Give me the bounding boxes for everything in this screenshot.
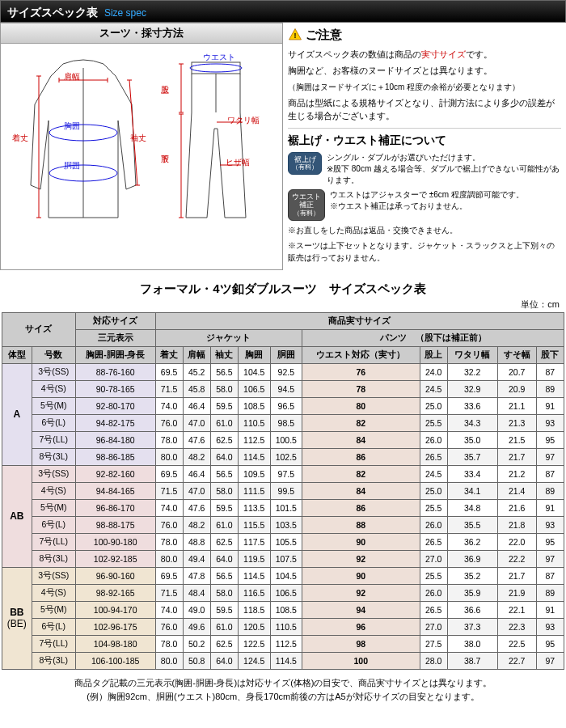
waist-cell: 84	[302, 482, 420, 499]
warn-title: ! ご注意	[288, 26, 561, 44]
cell: 108.5	[270, 601, 302, 618]
waist-cell: 76	[302, 363, 420, 380]
cell: 26.5	[420, 533, 447, 550]
lbl-kyoui: 胸囲	[64, 121, 80, 132]
spec-tbody: A3号(SS)88-76-16069.545.256.5104.592.5762…	[2, 363, 564, 669]
notice-n2: ※スーツは上下セットとなります。ジャケット・スラックスと上下別々の販売は行ってお…	[288, 239, 561, 264]
cell: 110.5	[270, 618, 302, 635]
lbl-sodetake: 袖丈	[130, 133, 146, 144]
cell: 59.5	[210, 601, 238, 618]
cell: 21.9	[497, 584, 536, 601]
cell: 36.9	[447, 550, 497, 567]
cell: 46.4	[183, 397, 210, 414]
cell: 80.0	[155, 652, 183, 669]
cell: 38.0	[447, 635, 497, 652]
cell: 61.0	[210, 414, 238, 431]
cell: 27.5	[420, 635, 447, 652]
cell: 112.5	[238, 431, 270, 448]
cell: 24.5	[420, 465, 447, 482]
col-doui: 胴囲	[270, 346, 302, 363]
cell: 22.5	[497, 635, 536, 652]
waist-cell: 100	[302, 652, 420, 669]
col-kyoui: 胸囲	[238, 346, 270, 363]
svg-text:!: !	[294, 32, 297, 40]
cell: 50.8	[183, 652, 210, 669]
waist-cell: 88	[302, 516, 420, 533]
cell: 97.5	[270, 465, 302, 482]
cell: 97	[536, 448, 564, 465]
cell: 58.0	[210, 482, 238, 499]
cell: 3号(SS)	[32, 465, 75, 482]
waist-cell: 80	[302, 397, 420, 414]
cell: 114.5	[238, 448, 270, 465]
cell: 56.5	[210, 567, 238, 584]
body-type-cell: BB(BE)	[2, 567, 32, 669]
cell: 89	[536, 584, 564, 601]
cell: 91	[536, 397, 564, 414]
cell: 21.7	[497, 448, 536, 465]
waist-cell: 92	[302, 550, 420, 567]
cell: 105.5	[270, 533, 302, 550]
col-watari: ワタリ幅	[447, 346, 497, 363]
footer-l1: 商品タグ記載の三元表示(胸囲-胴囲-身長)は対応サイズ(体格)の目安で、商品実寸…	[8, 676, 558, 691]
pants-diagram	[171, 56, 260, 226]
table-row: 4号(S)94-84-16571.547.058.0111.599.58425.…	[2, 482, 564, 499]
cell: 27.0	[420, 550, 447, 567]
cell: 26.0	[420, 431, 447, 448]
cell: 94-82-175	[75, 414, 155, 431]
cell: 22.2	[497, 550, 536, 567]
col-matagami: 股上	[420, 346, 447, 363]
cell: 64.0	[210, 448, 238, 465]
cell: 90-78-165	[75, 380, 155, 397]
cell: 110.5	[238, 414, 270, 431]
col-taikei: 体型	[2, 346, 32, 363]
cell: 122.5	[238, 635, 270, 652]
cell: 56.5	[210, 465, 238, 482]
cell: 22.7	[497, 652, 536, 669]
svg-point-11	[190, 64, 242, 72]
cell: 120.5	[238, 618, 270, 635]
body-type-cell: AB	[2, 465, 32, 567]
top-row: スーツ・採寸方法	[0, 23, 566, 270]
cell: 34.1	[447, 482, 497, 499]
cell: 92-82-160	[75, 465, 155, 482]
cell: 91	[536, 601, 564, 618]
cell: 95	[536, 635, 564, 652]
cell: 35.2	[447, 567, 497, 584]
cell: 118.5	[238, 601, 270, 618]
waist-cell: 90	[302, 533, 420, 550]
col-sodetake: 袖丈	[210, 346, 238, 363]
spec-thead: サイズ 対応サイズ 商品実寸サイズ 三元表示 ジャケット パンツ （股下は補正前…	[2, 312, 564, 363]
cell: 21.6	[497, 499, 536, 516]
cell: 48.4	[183, 584, 210, 601]
cell: 113.5	[238, 499, 270, 516]
cell: 4号(S)	[32, 380, 75, 397]
lbl-doui: 胴囲	[64, 160, 80, 171]
cell: 76.0	[155, 414, 183, 431]
table-row: 6号(L)98-88-17576.048.261.0115.5103.58826…	[2, 516, 564, 533]
cell: 50.2	[183, 635, 210, 652]
cell: 25.5	[420, 499, 447, 516]
lbl-katahaba: 肩幅	[64, 71, 80, 83]
cell: 78.0	[155, 533, 183, 550]
col-jacket: ジャケット	[155, 329, 302, 346]
cell: 36.6	[447, 601, 497, 618]
cell: 25.5	[420, 567, 447, 584]
cell: 100.5	[270, 431, 302, 448]
cell: 76.0	[155, 516, 183, 533]
cell: 87	[536, 465, 564, 482]
cell: 35.9	[447, 584, 497, 601]
col-size: サイズ	[2, 312, 76, 346]
cell: 4号(S)	[32, 482, 75, 499]
cell: 80.0	[155, 448, 183, 465]
col-waist: ウエスト対応（実寸）	[302, 346, 420, 363]
table-row: BB(BE)3号(SS)96-90-16069.547.856.5114.510…	[2, 567, 564, 584]
table-row: 6号(L)102-96-17576.049.661.0120.5110.5962…	[2, 618, 564, 635]
cell: 107.5	[270, 550, 302, 567]
cell: 93	[536, 516, 564, 533]
cell: 25.0	[420, 482, 447, 499]
unit-label: 単位：cm	[0, 298, 566, 311]
cell: 5号(M)	[32, 397, 75, 414]
cell: 102-96-175	[75, 618, 155, 635]
waist-cell: 94	[302, 601, 420, 618]
